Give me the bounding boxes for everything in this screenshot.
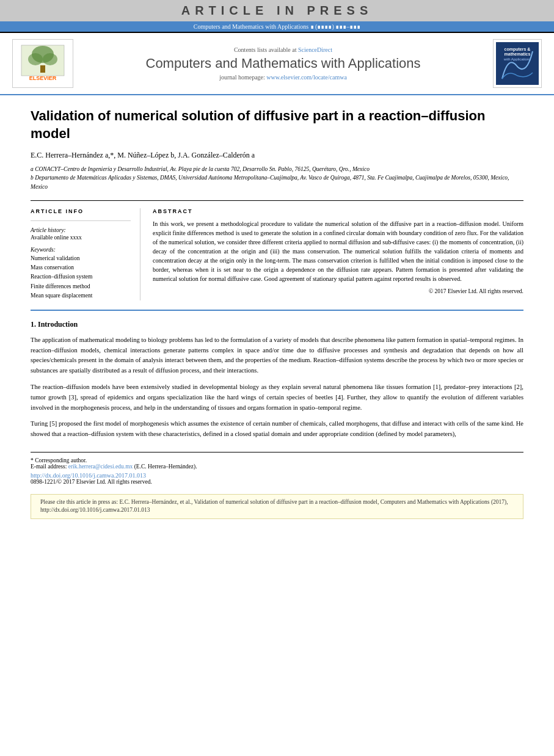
- keyword-5: Mean square displacement: [31, 291, 131, 300]
- article-info-column: ARTICLE INFO Article history: Available …: [31, 208, 140, 300]
- affiliation-a: a CONACYT–Centro de Ingeniería y Desarro…: [31, 165, 523, 173]
- elsevier-logo: ELSEVIER: [12, 39, 73, 88]
- article-in-press-banner: ARTICLE IN PRESS: [0, 0, 554, 21]
- journal-cover-icon: computers & mathematics with Application…: [496, 42, 539, 85]
- issn-line: 0898-1221/© 2017 Elsevier Ltd. All right…: [31, 479, 523, 485]
- journal-center: Contents lists available at ScienceDirec…: [82, 46, 484, 81]
- intro-para-2: The reaction–diffusion models have been …: [31, 382, 523, 413]
- corresponding-author: * Corresponding author.: [31, 457, 523, 463]
- journal-header: ELSEVIER Contents lists available at Sci…: [0, 32, 554, 95]
- divider: [31, 220, 131, 221]
- available-online: Available online xxxx: [31, 234, 131, 241]
- svg-text:computers &: computers &: [505, 47, 531, 52]
- journal-url[interactable]: www.elsevier.com/locate/camwa: [266, 74, 347, 81]
- doi-bar: Computers and Mathematics with Applicati…: [0, 21, 554, 32]
- affiliations: a CONACYT–Centro de Ingeniería y Desarro…: [31, 165, 523, 191]
- affiliation-b: b Departamento de Matemáticas Aplicadas …: [31, 173, 523, 191]
- science-direct-link[interactable]: ScienceDirect: [298, 46, 332, 53]
- contents-list: Contents lists available at ScienceDirec…: [82, 46, 484, 53]
- journal-homepage: journal homepage: www.elsevier.com/locat…: [82, 74, 484, 81]
- journal-title: Computers and Mathematics with Applicati…: [82, 56, 484, 71]
- keywords-label: Keywords:: [31, 247, 131, 253]
- keyword-3: Reaction–diffusion system: [31, 272, 131, 282]
- keyword-4: Finite differences method: [31, 282, 131, 291]
- intro-para-1: The application of mathematical modeling…: [31, 335, 523, 376]
- keyword-2: Mass conservation: [31, 263, 131, 272]
- abstract-text: In this work, we present a methodologica…: [153, 219, 523, 283]
- svg-text:with Applications: with Applications: [503, 57, 531, 61]
- authors-line: E.C. Herrera–Hernández a,*, M. Núñez–Lóp…: [31, 151, 523, 160]
- journal-logo-right: computers & mathematics with Application…: [493, 39, 542, 88]
- svg-point-3: [43, 53, 57, 65]
- elsevier-logo-svg: ELSEVIER: [18, 42, 67, 85]
- introduction-section: 1. Introduction The application of mathe…: [31, 320, 523, 440]
- paper-title: Validation of numerical solution of diff…: [31, 107, 523, 142]
- abstract-column: ABSTRACT In this work, we present a meth…: [153, 208, 523, 300]
- citation-bar: Please cite this article in press as: E.…: [31, 494, 523, 519]
- email-line: E-mail address: erik.herrera@cidesi.edu.…: [31, 463, 523, 470]
- copyright: © 2017 Elsevier Ltd. All rights reserved…: [153, 288, 523, 294]
- svg-point-2: [28, 53, 43, 65]
- email-link[interactable]: erik.herrera@cidesi.edu.mx: [68, 463, 133, 470]
- section-divider: [31, 310, 523, 311]
- abstract-heading: ABSTRACT: [153, 208, 523, 214]
- keywords-list: Numerical validation Mass conservation R…: [31, 254, 131, 300]
- svg-text:ELSEVIER: ELSEVIER: [29, 75, 57, 81]
- doi-link[interactable]: http://dx.doi.org/10.1016/j.camwa.2017.0…: [31, 472, 523, 479]
- footnote-area: * Corresponding author. E-mail address: …: [31, 452, 523, 485]
- keyword-1: Numerical validation: [31, 254, 131, 263]
- svg-rect-4: [40, 65, 45, 73]
- main-content: Validation of numerical solution of diff…: [0, 95, 554, 531]
- article-info-abstract: ARTICLE INFO Article history: Available …: [31, 200, 523, 300]
- article-info-heading: ARTICLE INFO: [31, 208, 131, 214]
- article-history-label: Article history:: [31, 227, 131, 233]
- svg-text:mathematics: mathematics: [505, 52, 531, 56]
- intro-para-3: Turing [5] proposed the first model of m…: [31, 419, 523, 440]
- introduction-heading: 1. Introduction: [31, 320, 523, 329]
